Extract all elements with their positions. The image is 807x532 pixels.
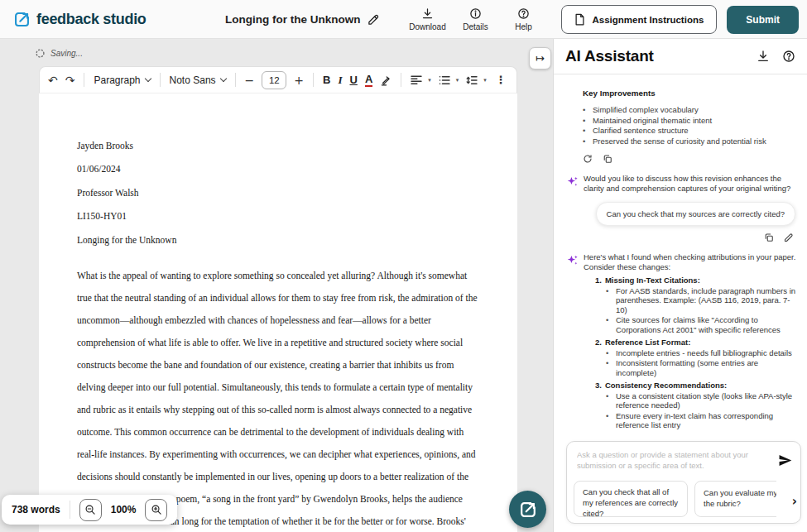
- feedback-studio-fab[interactable]: [509, 491, 546, 528]
- line-spacing-icon: [466, 75, 478, 85]
- toolbar-divider: [160, 73, 161, 87]
- feedback-studio-logo: feedback studio: [13, 0, 147, 39]
- panel-help-button[interactable]: [782, 50, 795, 63]
- document-page[interactable]: Jayden Brooks 01/06/2024 Professor Walsh…: [39, 93, 517, 532]
- pencil-icon: [784, 232, 794, 242]
- document-region: Saving... ↶ ↷ Paragraph Noto Sans − 12 +…: [0, 39, 553, 532]
- list-item: Preserved the sense of curiosity and pot…: [583, 137, 797, 146]
- toolbar-divider: [313, 73, 314, 87]
- word-count: 738 words: [12, 504, 60, 515]
- suggestion-chip[interactable]: Can you evaluate my submission against t…: [694, 481, 776, 517]
- copy-icon: [764, 232, 774, 242]
- top-nav: Download Details Help A: [404, 0, 800, 39]
- font-color-button[interactable]: A: [365, 74, 372, 87]
- suggestion-chips: Can you check that all of my references …: [574, 481, 776, 517]
- collapse-panel-button[interactable]: ↦: [529, 47, 551, 69]
- spinner-icon: [35, 48, 46, 59]
- bold-button[interactable]: B: [323, 74, 330, 86]
- editor-toolbar: ↶ ↷ Paragraph Noto Sans − 12 + B I U A: [39, 66, 517, 93]
- doc-professor: Professor Walsh: [77, 181, 480, 204]
- font-size-decrease-button[interactable]: −: [245, 74, 255, 87]
- help-button[interactable]: Help: [500, 7, 548, 31]
- chat-history[interactable]: Key Improvements Simplified complex voca…: [554, 75, 807, 439]
- help-label: Help: [515, 22, 532, 31]
- download-icon: [757, 50, 770, 63]
- doc-author: Jayden Brooks: [77, 134, 480, 157]
- list-item: Incomplete entries - needs full bibliogr…: [606, 348, 797, 358]
- chevron-down-icon: [144, 75, 151, 82]
- export-chat-button[interactable]: [757, 50, 770, 63]
- zoom-out-button[interactable]: [79, 499, 102, 521]
- underline-button[interactable]: U: [349, 74, 357, 86]
- toolbar-divider: [401, 73, 401, 87]
- pill-divider: [70, 501, 70, 519]
- redo-button[interactable]: ↷: [65, 74, 75, 87]
- download-icon: [421, 7, 434, 20]
- info-icon: [469, 7, 482, 20]
- font-family-dropdown[interactable]: Noto Sans: [170, 74, 226, 86]
- bullet-list-dropdown[interactable]: ▾: [439, 75, 459, 85]
- paragraph-style-dropdown[interactable]: Paragraph: [94, 74, 150, 86]
- undo-button[interactable]: ↶: [48, 74, 58, 87]
- highlighter-button[interactable]: [380, 74, 391, 86]
- magnifier-plus-icon: [151, 504, 162, 515]
- next-suggestions-button[interactable]: ›: [792, 494, 797, 509]
- feedback-studio-fab-icon: [519, 501, 537, 519]
- caret-icon: ▾: [428, 77, 431, 84]
- list-item: Maintained original thematic intent: [583, 116, 797, 126]
- italic-button[interactable]: I: [338, 74, 342, 87]
- assignment-instructions-button[interactable]: Assignment Instructions: [561, 5, 718, 34]
- help-icon: [782, 50, 795, 63]
- regenerate-button[interactable]: [583, 154, 593, 164]
- send-button[interactable]: [778, 453, 792, 467]
- ai-message: Here's what I found when checking attrib…: [567, 252, 797, 439]
- zoom-in-button[interactable]: [145, 499, 167, 521]
- list-title: Consistency Recommendations:: [605, 381, 727, 391]
- key-improvements-heading: Key Improvements: [583, 89, 797, 98]
- feedback-studio-logo-icon: [13, 11, 31, 28]
- logo-text: feedback studio: [36, 11, 147, 28]
- caret-icon: ▾: [456, 77, 459, 84]
- font-size-increase-button[interactable]: +: [294, 74, 304, 87]
- list-title: Missing In-Text Citations:: [605, 276, 700, 285]
- sparkle-icon: [567, 175, 578, 194]
- list-item: Inconsistent formatting (some entries ar…: [606, 358, 797, 377]
- toolbar-divider: [235, 73, 236, 87]
- chat-input[interactable]: [577, 450, 761, 480]
- submit-button[interactable]: Submit: [727, 6, 799, 34]
- suggestion-chip[interactable]: Can you check that all of my references …: [574, 481, 688, 517]
- top-bar: feedback studio Longing for the Unknown …: [0, 0, 807, 39]
- line-spacing-dropdown[interactable]: ▾: [466, 75, 487, 85]
- edit-message-button[interactable]: [784, 232, 794, 242]
- ai-assistant-panel: ↦ AI Assistant Key Improvements Simplifi…: [553, 39, 807, 532]
- caret-icon: ▾: [483, 77, 487, 84]
- download-button[interactable]: Download: [404, 7, 452, 31]
- refresh-icon: [583, 154, 593, 164]
- details-button[interactable]: Details: [452, 7, 500, 31]
- citation-outro: These suggestions help improve academic …: [584, 439, 797, 439]
- list-item: Ensure every in-text claim has correspon…: [606, 411, 797, 430]
- document-icon: [574, 13, 585, 26]
- panel-header: AI Assistant: [554, 39, 807, 74]
- document-title-wrap: Longing for the Unknown: [225, 0, 380, 39]
- ai-message-text: Would you like to discuss how this revis…: [584, 174, 797, 194]
- font-size-field[interactable]: 12: [262, 71, 286, 89]
- copy-button[interactable]: [764, 232, 774, 242]
- align-dropdown[interactable]: ▾: [411, 75, 431, 85]
- font-family-value: Noto Sans: [170, 74, 216, 86]
- send-icon: [778, 453, 792, 467]
- paragraph-style-value: Paragraph: [94, 74, 140, 86]
- edit-title-icon[interactable]: [367, 13, 380, 26]
- list-title: Reference List Format:: [605, 338, 690, 347]
- copy-button[interactable]: [603, 154, 612, 164]
- list-number: 3.: [595, 381, 602, 391]
- more-options-button[interactable]: ⋮: [496, 74, 507, 86]
- copy-icon: [603, 154, 612, 164]
- zoom-level: 100%: [111, 504, 137, 515]
- panel-title: AI Assistant: [565, 47, 757, 65]
- assignment-instructions-label: Assignment Instructions: [593, 15, 704, 25]
- details-label: Details: [463, 22, 488, 31]
- bullet-list-icon: [439, 75, 450, 85]
- doc-date: 01/06/2024: [77, 157, 480, 180]
- list-item: For AASB standards, include paragraph nu…: [606, 286, 797, 315]
